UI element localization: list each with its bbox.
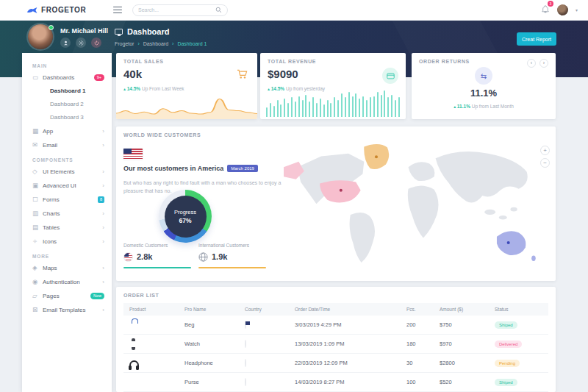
page-title-block: Dashboard: [115, 27, 169, 36]
frogetor-dashboard-screen: FROGETOR 3 ▾ Mr. Michael Hill: [0, 0, 588, 392]
cell-pro-name: Headphone: [179, 360, 239, 366]
map-greenland-marker: [375, 155, 378, 158]
create-report-button[interactable]: Creat Report: [517, 32, 556, 46]
email-templates-icon: ⊠: [32, 307, 43, 313]
sidebar-item-email-templates[interactable]: ⊠ Email Templates: [22, 303, 112, 317]
search-input[interactable]: [138, 7, 215, 13]
country-flag-spain: [245, 359, 246, 367]
card-title: TOTAL SALES: [123, 59, 163, 64]
zoom-out-button[interactable]: −: [540, 158, 550, 168]
map-europe: [409, 162, 435, 181]
icons-icon: ✧: [32, 238, 43, 245]
zoom-in-button[interactable]: +: [540, 146, 550, 155]
breadcrumb-home[interactable]: Frogetor: [115, 41, 134, 46]
map-australia-highlight[interactable]: [497, 231, 526, 255]
cell-date: 22/03/2019 12:09 PM: [289, 360, 401, 366]
sidebar-item-icons[interactable]: ✧ Icons: [22, 235, 112, 249]
sidebar-label-email: Email: [43, 142, 102, 149]
sidebar-item-authentication[interactable]: ◉ Authentication: [22, 275, 112, 289]
sidebar-item-app[interactable]: ▦ App: [22, 124, 112, 138]
international-underline: [198, 267, 266, 268]
domestic-underline: [123, 267, 191, 268]
email-icon: ✉: [32, 142, 43, 149]
international-value: 1.9k: [212, 252, 227, 261]
pages-badge: New: [90, 293, 104, 299]
col-pcs: Pcs.: [401, 307, 434, 312]
settings-button[interactable]: [76, 38, 86, 48]
maps-icon: ◈: [32, 265, 43, 271]
gear-icon: [79, 40, 84, 46]
charts-icon: ▥: [32, 210, 43, 217]
world-heading-text: Our most customers in America: [123, 165, 223, 172]
sidebar-item-dashboards[interactable]: ▭ Dashboards 9+: [22, 71, 112, 85]
sidebar-item-advanced-ui[interactable]: ▣ Advanced UI: [22, 179, 112, 193]
map-island: [484, 210, 495, 215]
forms-badge: 8: [98, 196, 104, 203]
chevron-right-icon: [102, 210, 104, 217]
table-row: Headphone 22/03/2019 12:09 PM 30 $2800 P…: [123, 354, 548, 373]
profile-button[interactable]: [60, 38, 71, 48]
returns-delta-row: 11.1% Up from Last Month: [412, 104, 556, 109]
cell-pro-name: Purse: [179, 379, 239, 385]
chevron-right-icon: [102, 265, 104, 271]
map-south-america: [350, 213, 375, 263]
sidebar-item-dashboard-2[interactable]: Dashboard 2: [22, 98, 112, 111]
sidebar-item-forms[interactable]: ☐ Forms 8: [22, 193, 112, 207]
notifications-button[interactable]: 3: [541, 4, 550, 17]
order-returns-card: ORDER RETURNS ‹ › ⇆ 11.1% 11.1% Up from …: [412, 53, 556, 119]
logout-button[interactable]: [91, 38, 101, 48]
next-button[interactable]: ›: [539, 59, 548, 68]
international-label: International Customers: [198, 243, 269, 248]
hamburger-menu-icon[interactable]: [113, 7, 122, 13]
total-revenue-card: TOTAL REVENUE $9090 14.5% Up from yester…: [260, 53, 406, 119]
cell-pcs: 100: [401, 379, 434, 385]
order-table-header: Product Pro Name Country Order Date/Time…: [123, 303, 548, 316]
sidebar-section-more: MORE: [32, 254, 112, 259]
cell-pcs: 180: [401, 341, 434, 347]
world-paragraph: But who has any right to find fault with…: [123, 179, 284, 196]
sidebar-item-tables[interactable]: ▤ Tables: [22, 221, 112, 235]
sidebar-item-charts[interactable]: ▥ Charts: [22, 207, 112, 221]
globe-icon: [198, 252, 208, 262]
search-icon: [215, 7, 222, 13]
sales-delta-row: 14.5% Up From Last Week: [123, 86, 184, 91]
profile-avatar[interactable]: [28, 24, 53, 49]
table-row: Watch 13/03/2019 1:09 PM 180 $970 Delive…: [123, 335, 548, 354]
lock-icon: ◉: [32, 279, 43, 285]
app-logo[interactable]: FROGETOR: [26, 6, 109, 14]
prev-button[interactable]: ‹: [527, 59, 536, 68]
table-row: Beg 3/03/2019 4:29 PM 200 $750 Shiped: [123, 316, 548, 335]
header-user-avatar[interactable]: [557, 4, 568, 15]
exchange-arrows-icon: ⇆: [475, 67, 492, 85]
tables-icon: ▤: [32, 224, 43, 231]
col-status: Status: [489, 307, 548, 312]
sidebar-label-maps: Maps: [43, 265, 102, 271]
world-map[interactable]: [284, 137, 542, 275]
sidebar-item-maps[interactable]: ◈ Maps: [22, 261, 112, 275]
usa-flag-round-icon: [123, 252, 133, 262]
sidebar-item-dashboard-1[interactable]: Dashboard 1: [22, 85, 112, 98]
sidebar-label-app: App: [43, 128, 102, 135]
card-title: WORLD WIDE CUSTOMERS: [123, 132, 201, 138]
sales-delta: 14.5%: [123, 86, 140, 91]
cell-amount: $750: [434, 321, 489, 328]
sidebar-item-pages[interactable]: ▱ Pages New: [22, 289, 112, 303]
header-actions: 3 ▾: [541, 4, 578, 17]
map-new-zealand: [531, 256, 536, 261]
sidebar-item-dashboard-3[interactable]: Dashboard 3: [22, 111, 112, 124]
sidebar-item-email[interactable]: ✉ Email: [22, 138, 112, 152]
cell-date: 14/03/2019 8:27 PM: [289, 379, 401, 385]
breadcrumb-section[interactable]: Dashboard: [143, 41, 168, 46]
chevron-down-icon[interactable]: ▾: [576, 7, 578, 13]
sidebar-label-authentication: Authentication: [43, 279, 102, 285]
sidebar-nav: MAIN ▭ Dashboards 9+ Dashboard 1 Dashboa…: [22, 53, 112, 392]
status-badge: Pending: [495, 360, 520, 367]
sidebar-label-icons: Icons: [43, 238, 102, 245]
table-row: Purse 14/03/2019 8:27 PM 100 $520 Shiped: [123, 373, 548, 392]
sales-spark-area: [116, 99, 257, 119]
sidebar-item-ui-elements[interactable]: ◇ UI Elements: [22, 165, 112, 179]
map-usa-marker: [340, 189, 343, 192]
chevron-right-icon: [102, 238, 104, 245]
card-title: TOTAL REVENUE: [268, 59, 316, 64]
map-australia-marker: [507, 241, 510, 244]
